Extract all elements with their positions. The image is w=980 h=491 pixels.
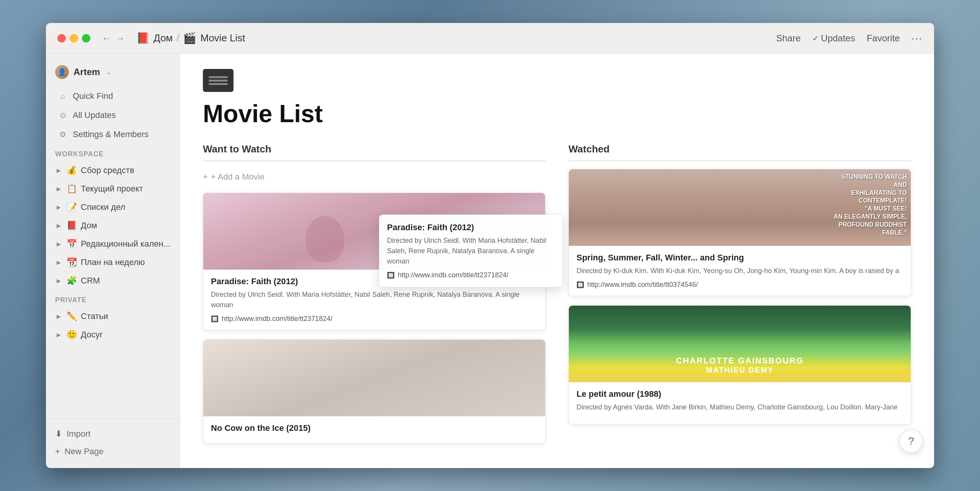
add-movie-button[interactable]: + + Add a Movie [203, 169, 546, 185]
back-arrow[interactable]: ← [102, 34, 111, 43]
sidebar-item-quick-find[interactable]: ⌕ Quick Find [49, 87, 176, 105]
item-emoji: 📆 [67, 257, 77, 267]
updates-button[interactable]: ✓ Updates [812, 33, 855, 44]
sidebar-item-label: All Updates [73, 110, 116, 120]
home-icon: 📕 [136, 32, 150, 44]
import-button[interactable]: ⬇ Import [46, 425, 180, 443]
sidebar-item-dom[interactable]: ▶ 📕 Дом [49, 217, 176, 234]
chevron-down-icon: ⌄ [106, 69, 111, 76]
sidebar-item-label: Сбор средств [81, 165, 134, 175]
movie-link[interactable]: 🔲 http://www.imdb.com/title/tt0374546/ [577, 281, 903, 289]
movie-title: No Cow on the Ice (2015) [211, 423, 537, 433]
movie-card-spring[interactable]: STUNNING TO WATCH AND EXHILARATING TO CO… [568, 169, 911, 296]
item-emoji: 🙂 [67, 330, 77, 340]
link-icon: 🔲 [211, 315, 219, 322]
movie-link[interactable]: 🔲 http://www.imdb.com/title/tt2371824/ [211, 315, 537, 323]
movie-description: Directed by Agnès Varda. With Jane Birki… [577, 402, 903, 412]
expand-arrow-icon: ▶ [57, 167, 63, 173]
new-page-button[interactable]: + New Page [46, 443, 180, 460]
add-movie-label: + Add a Movie [211, 172, 265, 182]
page-title: Movie List [203, 100, 911, 128]
sidebar-item-spiski[interactable]: ▶ 📝 Списки дел [49, 199, 176, 216]
kanban-board: Want to Watch + + Add a Movie Paradise: … [203, 143, 911, 453]
check-icon: ✓ [812, 34, 819, 43]
movie-card-body: No Cow on the Ice (2015) [203, 416, 545, 443]
tooltip-link[interactable]: 🔲 http://www.imdb.com/title/tt2371824/ [387, 271, 555, 279]
more-options-button[interactable]: ··· [911, 32, 923, 44]
sidebar-item-plan[interactable]: ▶ 📆 План на неделю [49, 254, 176, 271]
forward-arrow[interactable]: → [116, 34, 125, 43]
item-emoji: 📝 [67, 202, 77, 212]
help-button[interactable]: ? [900, 430, 923, 453]
movie-description: Directed by Ki-duk Kim. With Ki-duk Kim,… [577, 266, 903, 276]
breadcrumb-separator: / [176, 32, 179, 44]
quote-line3: "A MUST SEE! [865, 205, 907, 212]
import-icon: ⬇ [55, 429, 62, 439]
movie-card-charlotte[interactable]: CHARLOTTE GAINSBOURG MATHIEU DEMY Le pet… [568, 305, 911, 424]
tooltip-link-text: http://www.imdb.com/title/tt2371824/ [398, 271, 508, 279]
maximize-button[interactable] [82, 34, 90, 43]
expand-arrow-icon: ▶ [57, 241, 63, 247]
share-button[interactable]: Share [776, 33, 801, 44]
quote-line1: STUNNING TO WATCH AND [841, 173, 907, 188]
movie-card-image: STUNNING TO WATCH AND EXHILARATING TO CO… [569, 169, 911, 246]
link-text: http://www.imdb.com/title/tt2371824/ [222, 315, 332, 323]
charlotte-overlay: CHARLOTTE GAINSBOURG MATHIEU DEMY [569, 356, 911, 375]
sidebar-item-redakcionniy[interactable]: ▶ 📅 Редакционный кален... [49, 236, 176, 252]
sidebar-item-stati[interactable]: ▶ ✏️ Статьи [49, 308, 176, 325]
expand-arrow-icon: ▶ [57, 332, 63, 338]
expand-arrow-icon: ▶ [57, 278, 63, 284]
column-title: Want to Watch [203, 143, 546, 161]
link-icon: 🔲 [577, 281, 584, 288]
user-profile[interactable]: 👤 Artem ⌄ [46, 61, 180, 87]
clock-icon: ⊙ [58, 111, 67, 120]
search-icon: ⌕ [58, 92, 67, 101]
sidebar-item-label: План на неделю [81, 257, 145, 267]
plus-icon: + [55, 447, 60, 457]
column-watched: Watched STUNNING TO WATCH AND EXHILARATI… [568, 143, 911, 434]
sidebar-item-dosug[interactable]: ▶ 🙂 Досуг [49, 326, 176, 343]
sidebar-item-crm[interactable]: ▶ 🧩 CRM [49, 272, 176, 289]
tooltip-card: Paradise: Faith (2012) Directed by Ulric… [379, 214, 563, 287]
card-more-options[interactable]: ··· [898, 173, 906, 183]
item-emoji: 💰 [67, 165, 77, 175]
sidebar-item-label: Текущий проект [81, 184, 143, 194]
updates-label: Updates [821, 33, 855, 44]
traffic-lights [57, 34, 90, 43]
content-area: Movie List Want to Watch + + Add a Movie… [180, 54, 934, 468]
quote-line4: AN ELEGANTLY SIMPLE, [834, 213, 907, 220]
sidebar-item-label: Списки дел [81, 202, 125, 212]
sidebar-item-settings[interactable]: ⚙ Settings & Members [49, 126, 176, 143]
help-label: ? [908, 435, 914, 447]
sidebar-item-label: Статьи [81, 311, 108, 321]
link-text: http://www.imdb.com/title/tt0374546/ [587, 281, 698, 289]
close-button[interactable] [57, 34, 66, 43]
item-emoji: 📋 [67, 184, 77, 194]
item-emoji: 📕 [67, 221, 77, 231]
movie-card-no-cow[interactable]: No Cow on the Ice (2015) [203, 339, 546, 444]
charlotte-name1: CHARLOTTE GAINSBOURG [569, 356, 911, 366]
sidebar-item-tekuschiy[interactable]: ▶ 📋 Текущий проект [49, 180, 176, 197]
minimize-button[interactable] [70, 34, 78, 43]
sidebar-item-sbor[interactable]: ▶ 💰 Сбор средств [49, 162, 176, 179]
expand-arrow-icon: ▶ [57, 204, 63, 210]
nav-arrows: ← → [102, 34, 125, 43]
quote-line2: EXHILARATING TO CONTEMPLATE! [851, 190, 907, 204]
new-page-label: New Page [65, 447, 104, 457]
favorite-button[interactable]: Favorite [867, 33, 900, 44]
item-emoji: 📅 [67, 239, 77, 249]
user-name: Artem [74, 67, 100, 77]
breadcrumb-page: Movie List [200, 32, 245, 44]
sidebar-item-all-updates[interactable]: ⊙ All Updates [49, 106, 176, 124]
icon-line [209, 80, 228, 82]
item-emoji: 🧩 [67, 276, 77, 286]
private-section-title: PRIVATE [46, 290, 180, 307]
spring-card-wrapper: STUNNING TO WATCH AND EXHILARATING TO CO… [568, 169, 911, 296]
breadcrumb-home[interactable]: Дом [154, 32, 173, 44]
sidebar: 👤 Artem ⌄ ⌕ Quick Find ⊙ All Updates ⚙ S… [46, 54, 180, 468]
title-bar-actions: Share ✓ Updates Favorite ··· [776, 32, 923, 44]
page-icon: 🎬 [183, 32, 196, 44]
movie-card-image: CHARLOTTE GAINSBOURG MATHIEU DEMY [569, 306, 911, 382]
main-layout: 👤 Artem ⌄ ⌕ Quick Find ⊙ All Updates ⚙ S… [46, 54, 934, 468]
plus-icon: + [203, 172, 208, 182]
